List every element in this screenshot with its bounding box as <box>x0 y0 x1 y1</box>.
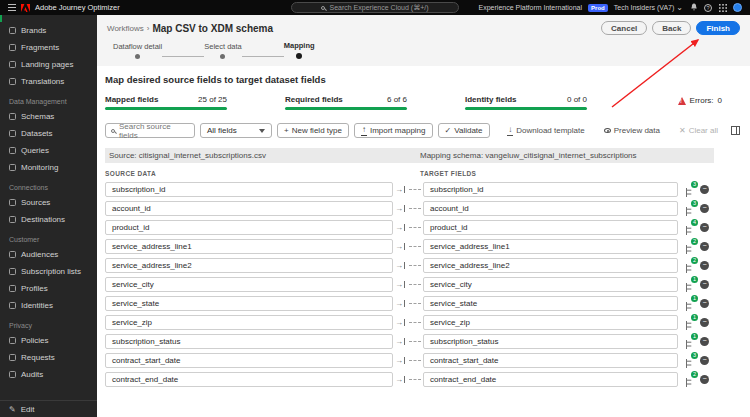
back-button[interactable]: Back <box>652 21 691 35</box>
sidebar-item-sources[interactable]: Sources <box>0 194 97 211</box>
schema-structure-icon[interactable]: 1 <box>684 279 695 290</box>
target-field[interactable]: service_address_line1 <box>423 239 678 254</box>
map-field-icon[interactable]: → <box>393 280 407 289</box>
help-icon[interactable]: ? <box>704 4 712 12</box>
cancel-button[interactable]: Cancel <box>601 21 647 35</box>
schema-structure-icon[interactable]: 2 <box>684 241 695 252</box>
sandbox-selector[interactable]: Tech Insiders (VA7) ⌄ <box>614 4 683 12</box>
sidebar-item-profiles[interactable]: Profiles <box>0 280 97 297</box>
target-field[interactable]: service_address_line2 <box>423 258 678 273</box>
source-field[interactable]: service_city <box>105 277 393 292</box>
step-mapping[interactable]: Mapping <box>284 41 315 59</box>
source-field[interactable]: service_state <box>105 296 393 311</box>
remove-mapping-icon[interactable]: − <box>700 261 709 270</box>
search-source-fields-input[interactable]: Search source fields <box>105 123 195 138</box>
remove-mapping-icon[interactable]: − <box>700 299 709 308</box>
source-field[interactable]: service_zip <box>105 315 393 330</box>
sidebar-nav: BrandsFragmentsLanding pagesTranslations… <box>0 15 97 400</box>
target-field[interactable]: service_state <box>423 296 678 311</box>
map-field-icon[interactable]: → <box>393 375 407 384</box>
remove-mapping-icon[interactable]: − <box>700 356 709 365</box>
target-field[interactable]: subscription_id <box>423 182 678 197</box>
target-field[interactable]: contract_start_date <box>423 353 678 368</box>
source-field[interactable]: service_address_line1 <box>105 239 393 254</box>
sidebar-item-audits[interactable]: Audits <box>0 366 97 383</box>
sidebar-item-requests[interactable]: Requests <box>0 349 97 366</box>
env-badge[interactable]: Prod <box>588 4 608 12</box>
remove-mapping-icon[interactable]: − <box>700 242 709 251</box>
validate-button[interactable]: ✓ Validate <box>438 123 490 138</box>
download-template-button[interactable]: ↓ Download template <box>501 123 590 138</box>
sidebar-edit-button[interactable]: ✎ Edit <box>0 400 97 417</box>
map-field-icon[interactable]: → <box>393 261 407 270</box>
sidebar-item-monitoring[interactable]: Monitoring <box>0 159 97 176</box>
schema-structure-icon[interactable]: 2 <box>684 374 695 385</box>
sidebar-item-fragments[interactable]: Fragments <box>0 39 97 56</box>
schema-structure-icon[interactable]: 4 <box>684 222 695 233</box>
schema-structure-icon[interactable]: 1 <box>684 317 695 328</box>
map-field-icon[interactable]: → <box>393 299 407 308</box>
schema-structure-icon[interactable]: 1 <box>684 336 695 347</box>
menu-icon[interactable] <box>8 4 16 11</box>
schema-structure-icon[interactable]: 1 <box>684 298 695 309</box>
sidebar-item-landing-pages[interactable]: Landing pages <box>0 56 97 73</box>
remove-mapping-icon[interactable]: − <box>700 375 709 384</box>
schema-structure-icon[interactable]: 3 <box>684 203 695 214</box>
finish-button[interactable]: Finish <box>696 21 740 35</box>
remove-mapping-icon[interactable]: − <box>700 318 709 327</box>
sidebar-item-identities[interactable]: Identities <box>0 297 97 314</box>
sidebar-item-datasets[interactable]: Datasets <box>0 125 97 142</box>
schema-structure-icon[interactable]: 2 <box>684 260 695 271</box>
remove-mapping-icon[interactable]: − <box>700 223 709 232</box>
field-filter-select[interactable]: All fields <box>200 123 272 138</box>
target-field[interactable]: subscription_status <box>423 334 678 349</box>
map-field-icon[interactable]: → <box>393 185 407 194</box>
sidebar-item-translations[interactable]: Translations <box>0 73 97 90</box>
remove-mapping-icon[interactable]: − <box>700 337 709 346</box>
map-field-icon[interactable]: → <box>393 356 407 365</box>
source-field[interactable]: subscription_id <box>105 182 393 197</box>
target-field[interactable]: service_city <box>423 277 678 292</box>
map-field-icon[interactable]: → <box>393 204 407 213</box>
remove-mapping-icon[interactable]: − <box>700 204 709 213</box>
schema-structure-icon[interactable]: 3 <box>684 355 695 366</box>
target-field[interactable]: product_id <box>423 220 678 235</box>
notifications-bell-icon[interactable] <box>689 3 698 12</box>
preview-data-button[interactable]: Preview data <box>598 123 666 138</box>
global-search[interactable]: Search Experience Cloud (⌘+/) <box>291 2 459 13</box>
source-field[interactable]: service_address_line2 <box>105 258 393 273</box>
sidebar-item-queries[interactable]: Queries <box>0 142 97 159</box>
new-field-type-button[interactable]: + New field type <box>277 123 349 138</box>
breadcrumb-workflows[interactable]: Workflows <box>107 24 144 33</box>
source-field[interactable]: contract_start_date <box>105 353 393 368</box>
sidebar-item-policies[interactable]: Policies <box>0 332 97 349</box>
import-mapping-button[interactable]: ↑ Import mapping <box>354 123 433 138</box>
source-field[interactable]: account_id <box>105 201 393 216</box>
user-avatar[interactable] <box>733 3 742 12</box>
mapping-row: subscription_status→subscription_status1… <box>105 334 714 349</box>
schema-structure-icon[interactable]: 3 <box>684 184 695 195</box>
target-field[interactable]: contract_end_date <box>423 372 678 387</box>
sidebar-item-brands[interactable]: Brands <box>0 22 97 39</box>
remove-mapping-icon[interactable]: − <box>700 280 709 289</box>
map-field-icon[interactable]: → <box>393 318 407 327</box>
target-field[interactable]: service_zip <box>423 315 678 330</box>
source-field[interactable]: product_id <box>105 220 393 235</box>
step-select-data[interactable]: Select data <box>204 42 242 59</box>
map-field-icon[interactable]: → <box>393 337 407 346</box>
apps-grid-icon[interactable] <box>718 3 727 12</box>
map-field-icon[interactable]: → <box>393 223 407 232</box>
org-name[interactable]: Experience Platform International <box>479 4 583 11</box>
step-dataflow-detail[interactable]: Dataflow detail <box>113 42 162 59</box>
map-field-icon[interactable]: → <box>393 242 407 251</box>
sidebar-item-subscription-lists[interactable]: Subscription lists <box>0 263 97 280</box>
source-field[interactable]: contract_end_date <box>105 372 393 387</box>
remove-mapping-icon[interactable]: − <box>700 185 709 194</box>
target-field[interactable]: account_id <box>423 201 678 216</box>
column-settings-icon[interactable] <box>731 126 740 135</box>
clear-all-button[interactable]: ✕ Clear all <box>673 123 724 138</box>
sidebar-item-schemas[interactable]: Schemas <box>0 108 97 125</box>
sidebar-item-audiences[interactable]: Audiences <box>0 246 97 263</box>
source-field[interactable]: subscription_status <box>105 334 393 349</box>
sidebar-item-destinations[interactable]: Destinations <box>0 211 97 228</box>
